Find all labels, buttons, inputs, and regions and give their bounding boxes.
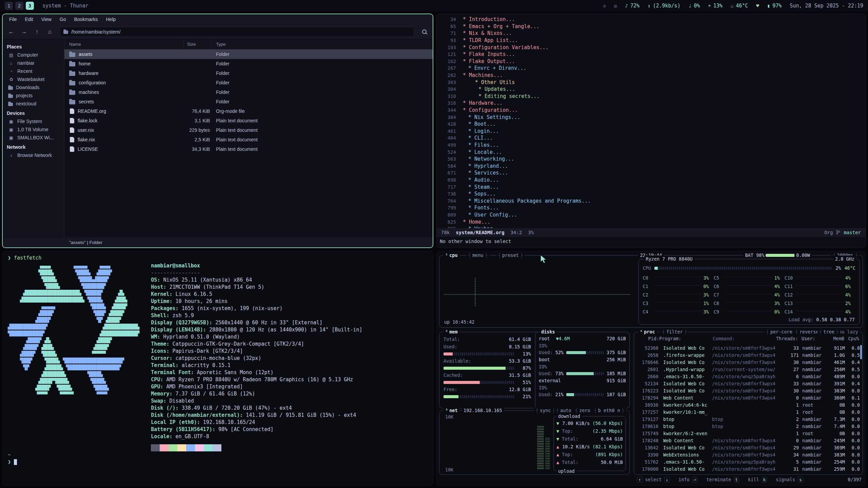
process-row[interactable]: 178294Web Content/nix/store/sm8fnrf3wps4…: [637, 394, 860, 401]
process-row[interactable]: 13642Isolated Web Co/nix/store/sm8fnrf3w…: [637, 444, 860, 451]
proc-column-command[interactable]: Command:: [710, 335, 774, 342]
org-buffer[interactable]: 34* Introduction...65* Emacs + Org + Tan…: [436, 16, 866, 228]
back-button[interactable]: ←: [5, 26, 17, 37]
process-row[interactable]: 2601.Hyprland-wrapp/run/current-system/s…: [637, 366, 860, 373]
menu-edit[interactable]: Edit: [21, 16, 37, 23]
thunar-window[interactable]: FileEditViewGoBookmarksHelp ← → ↑ ⌂ /hom…: [2, 14, 433, 248]
footer-signals[interactable]: signals s: [776, 476, 803, 483]
org-heading-line[interactable]: 282* Machines...: [438, 72, 866, 79]
footer-info[interactable]: info ⏎: [678, 476, 697, 483]
menu-bookmarks[interactable]: Bookmarks: [70, 16, 101, 23]
org-heading-line[interactable]: 304* Updates...: [438, 86, 866, 93]
org-heading-line[interactable]: 316* Hardware...: [438, 100, 866, 107]
preset-button[interactable]: preset: [496, 252, 525, 259]
process-row[interactable]: 179127btopbtop2nambiar7.3M0.0: [637, 415, 860, 423]
file-row[interactable]: flake.nix2,5 KiBPlain text document: [64, 135, 433, 144]
process-row[interactable]: 175749kworker/6:2-even1root0B0.0: [637, 430, 860, 437]
process-row[interactable]: 2660.emacs-31.0.50-/nix/store/wnqz5pa8ra…: [637, 373, 860, 380]
btop-window[interactable]: ¹cpu menu preset 22:19:44 BAT 98% 0.00W …: [436, 251, 866, 486]
menu-file[interactable]: File: [5, 16, 21, 23]
org-heading-line[interactable]: 698* Audio...: [438, 177, 866, 184]
org-heading-line[interactable]: 121* Flake Inputs...: [438, 51, 866, 58]
org-heading-line[interactable]: 310* Editing secrets...: [438, 93, 866, 100]
process-row[interactable]: 178248Web Content/nix/store/sm8fnrf3wps4…: [637, 437, 860, 444]
up-button[interactable]: ↑: [31, 26, 43, 37]
menu-help[interactable]: Help: [102, 16, 120, 23]
battery-module[interactable]: ▮97%: [767, 3, 782, 9]
process-row[interactable]: 3390WebExtensions/nix/store/sm8fnrf3wps4…: [637, 451, 860, 458]
org-heading-line[interactable]: 799* Fonts...: [438, 204, 866, 211]
file-row[interactable]: user.nix229 bytesPlain text document: [64, 125, 433, 135]
file-row[interactable]: machinesFolder: [64, 87, 433, 97]
clock-module[interactable]: Sun, 28 Sep 2025 - 22:19: [790, 3, 863, 9]
process-row[interactable]: 38936kworker/u64:6-kc1root0B0.0: [637, 401, 860, 408]
process-row[interactable]: 176000Isolated Web Co/nix/store/sm8fnrf3…: [637, 465, 860, 472]
org-heading-line[interactable]: 671* Services...: [438, 169, 866, 177]
terminal-window[interactable]: ❯ fastfetch ▗▄▄▄ ▗▄▄▄▄ ▄▄▄▖ ▜███▙ ▜███▙ …: [2, 251, 433, 486]
sidebar-item-1-0-tb-volume[interactable]: ▣1,0 TB Volume: [3, 125, 64, 134]
emacs-window[interactable]: 34* Introduction...65* Emacs + Org + Tan…: [436, 14, 866, 248]
tray-icon-2-module[interactable]: ◎: [614, 3, 617, 8]
sidebar-item-nextcloud[interactable]: nextcloud: [3, 100, 64, 108]
org-heading-line[interactable]: 162* Flake Output...: [438, 58, 866, 65]
org-heading-line[interactable]: 717* Steam...: [438, 183, 866, 190]
org-heading-line[interactable]: 764* Miscellaneous Packages and Programs…: [438, 197, 866, 204]
org-heading-line[interactable]: 303* Other Utils: [438, 79, 866, 86]
sidebar-item-downloads[interactable]: Downloads: [3, 83, 64, 92]
file-row[interactable]: flake.lock3,1 KiBPlain text document: [64, 116, 433, 125]
process-row[interactable]: 52368Isolated Web Co/nix/store/sm8fnrf3w…: [637, 344, 860, 351]
org-heading-line[interactable]: 267* Envrc + Direnv...: [438, 65, 866, 72]
file-row[interactable]: README.org76,4 KiBOrg-mode file: [64, 106, 433, 116]
file-row[interactable]: configurationFolder: [64, 78, 433, 87]
proc-column-program[interactable]: Program:: [659, 335, 710, 342]
process-row[interactable]: 178616btopbtop2nambiar7.4M0.0: [637, 423, 860, 430]
file-row[interactable]: homeFolder: [64, 59, 433, 68]
footer-kill[interactable]: kill k: [748, 476, 767, 483]
sidebar-item-wastebasket[interactable]: ♻Wastebasket: [3, 75, 64, 83]
org-heading-line[interactable]: 65* Emacs + Org + Tangle...: [438, 23, 866, 30]
sidebar-item-recent[interactable]: ◔Recent: [3, 67, 64, 75]
temperature-module[interactable]: ♨46°C: [731, 3, 748, 9]
volume-module[interactable]: ♪72%: [625, 3, 639, 9]
footer-terminate[interactable]: terminate t: [706, 476, 739, 483]
sidebar-item-browse-network[interactable]: ♁Browse Network: [3, 151, 64, 159]
menu-go[interactable]: Go: [56, 16, 70, 23]
process-row[interactable]: 51762.emacs-31.0.50-/nix/store/wnqz5pa8r…: [637, 458, 860, 465]
process-row[interactable]: 176646Isolated Web Co/nix/store/sm8fnrf3…: [637, 359, 860, 366]
org-heading-line[interactable]: 93* TLDR App List...: [438, 37, 866, 44]
workspace-button-2[interactable]: 2: [15, 2, 23, 10]
org-heading-line[interactable]: 809* User Config...: [438, 211, 866, 219]
org-heading-line[interactable]: 825* Home...: [438, 218, 866, 225]
idle-inhibitor-module[interactable]: ♥: [756, 3, 759, 8]
org-heading-line[interactable]: 563* Networking...: [438, 156, 866, 163]
proc-column-user[interactable]: User:: [798, 335, 825, 342]
column-header-name[interactable]: Name: [64, 39, 184, 49]
home-button[interactable]: ⌂: [44, 26, 56, 37]
sidebar-item-file-system[interactable]: ▣File System: [3, 117, 64, 125]
prompt-line-2[interactable]: ❯: [8, 459, 428, 466]
file-row[interactable]: LICENSE34,3 KiBPlain text document: [64, 144, 433, 154]
org-heading-line[interactable]: 855* Waubar...: [438, 225, 866, 228]
filter-button[interactable]: filter: [660, 328, 689, 335]
org-heading-line[interactable]: 499* Files...: [438, 142, 866, 149]
org-heading-line[interactable]: 484* CLI...: [438, 135, 866, 142]
microphone-module[interactable]: ♩0%: [689, 3, 700, 9]
proc-column-cpu[interactable]: Cpu%: [844, 335, 859, 342]
tray-icon-1-module[interactable]: ◇: [603, 3, 606, 8]
sidebar-item-computer[interactable]: ▤Computer: [3, 51, 64, 59]
workspace-button-3[interactable]: 3: [26, 2, 34, 10]
sidebar-item-smallbox-wi-[interactable]: ▣SMALLBOX Wi...: [3, 134, 64, 142]
brightness-module[interactable]: ☀13%: [708, 3, 723, 9]
proc-option-per-core[interactable]: per-core: [765, 328, 798, 335]
net-button-b-eth0-n[interactable]: b eth0 n: [592, 407, 626, 414]
file-row[interactable]: assetsFolder: [64, 49, 433, 59]
proc-column-memb[interactable]: MemB: [825, 335, 844, 342]
org-heading-line[interactable]: 736* Sops...: [438, 190, 866, 198]
process-row[interactable]: 52134Isolated Web Co/nix/store/sm8fnrf3w…: [637, 380, 860, 387]
process-row[interactable]: 176223Isolated Web Co/nix/store/sm8fnrf3…: [637, 387, 860, 394]
net-button-sync[interactable]: sync: [534, 407, 557, 414]
column-header-size[interactable]: Size: [184, 39, 211, 49]
file-row[interactable]: secretsFolder: [64, 97, 433, 106]
org-heading-line[interactable]: 103* Configuration Variables...: [438, 44, 866, 51]
workspace-button-1[interactable]: 1: [5, 2, 13, 10]
